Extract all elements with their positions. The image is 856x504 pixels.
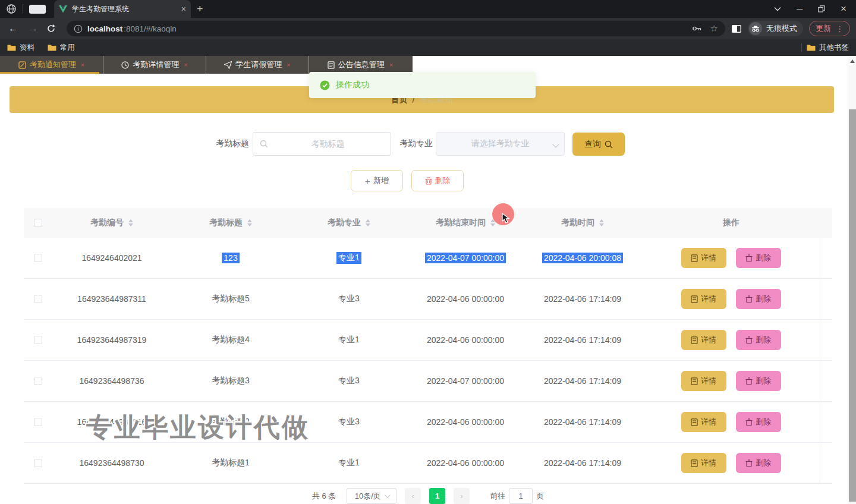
attendance-title-input[interactable] xyxy=(253,132,391,156)
row-detail-button[interactable]: 详情 xyxy=(681,289,726,309)
nav-tab-close-icon[interactable]: × xyxy=(81,61,84,68)
reload-button[interactable] xyxy=(46,24,61,33)
password-key-icon[interactable] xyxy=(692,24,702,33)
cell-id: 16492364498736 xyxy=(52,376,171,386)
app-page: 考勤通知管理 × 考勤详情管理 × 学生请假管理 × 公告信息管理 × 首页 / xyxy=(0,56,856,504)
cell-end-time: 2022-04-06 00:00:00 xyxy=(408,335,523,345)
row-detail-button[interactable]: 详情 xyxy=(681,412,726,432)
back-button[interactable]: ← xyxy=(6,23,20,34)
nav-tab-student-leave[interactable]: 学生请假管理 × xyxy=(206,56,309,74)
header-time[interactable]: 考勤时间 xyxy=(523,218,642,228)
trash-icon xyxy=(745,254,753,262)
sort-icons[interactable] xyxy=(128,219,133,226)
scrollbar-up-icon[interactable] xyxy=(850,59,855,63)
pinned-tab[interactable] xyxy=(29,5,46,14)
prev-page-button[interactable]: ‹ xyxy=(405,488,421,504)
tab-close-icon[interactable]: × xyxy=(181,4,186,14)
bookmark-folder-ziliao[interactable]: 资料 xyxy=(7,43,34,53)
row-checkbox[interactable] xyxy=(34,336,42,344)
nav-tab-attendance-detail[interactable]: 考勤详情管理 × xyxy=(103,56,206,74)
row-checkbox[interactable] xyxy=(34,459,42,467)
row-checkbox[interactable] xyxy=(34,377,42,385)
row-detail-button[interactable]: 详情 xyxy=(681,453,726,473)
forward-button[interactable]: → xyxy=(26,23,40,34)
other-bookmarks[interactable]: 其他书签 xyxy=(807,43,849,53)
cell-end-time: 2022-04-06 00:00:00 xyxy=(408,417,523,427)
browser-menu-icon[interactable]: ⋮ xyxy=(836,24,844,33)
row-delete-button[interactable]: 删除 xyxy=(736,412,781,432)
select-all-checkbox[interactable] xyxy=(34,219,42,227)
row-checkbox[interactable] xyxy=(34,254,42,262)
new-tab-button[interactable]: + xyxy=(197,4,203,14)
clock-icon xyxy=(121,61,129,69)
tab-search-chevron-icon[interactable] xyxy=(774,7,781,11)
globe-icon[interactable] xyxy=(6,4,17,14)
header-title[interactable]: 考勤标题 xyxy=(171,218,290,228)
check-circle-icon xyxy=(320,80,330,90)
sort-icons[interactable] xyxy=(599,219,604,226)
cell-id: 1649246402021 xyxy=(52,253,171,263)
nav-tab-close-icon[interactable]: × xyxy=(184,61,187,68)
table-row: 1649246402021 123 专业1 2022-04-07 00:00:0… xyxy=(24,238,832,279)
scrollbar-thumb[interactable] xyxy=(849,109,856,502)
detail-doc-icon xyxy=(691,377,698,385)
update-button[interactable]: 更新 ⋮ xyxy=(809,21,850,36)
row-detail-button[interactable]: 详情 xyxy=(681,371,726,391)
row-delete-button[interactable]: 删除 xyxy=(736,248,781,268)
cell-time: 2022-04-06 17:14:09 xyxy=(523,458,642,468)
table-row: 16492364498730 考勤标题1 专业1 2022-04-06 00:0… xyxy=(24,443,832,484)
url-host: localhost xyxy=(87,24,122,33)
window-minimize-button[interactable]: ─ xyxy=(797,4,802,14)
attendance-major-label: 考勤专业 xyxy=(399,132,433,156)
cell-id: 164923644987319 xyxy=(52,335,171,345)
cell-title: 考勤标题5 xyxy=(171,294,290,304)
page-size-select[interactable]: 10条/页 xyxy=(347,488,396,504)
nav-tab-label: 考勤通知管理 xyxy=(30,59,76,70)
cell-end-time: 2022-04-06 00:00:00 xyxy=(408,294,523,304)
toast-message: 操作成功 xyxy=(336,80,369,90)
nav-tab-announcement[interactable]: 公告信息管理 × xyxy=(309,56,411,74)
search-icon xyxy=(260,140,268,148)
row-delete-button[interactable]: 删除 xyxy=(736,371,781,391)
row-delete-button[interactable]: 删除 xyxy=(736,330,781,350)
incognito-icon xyxy=(749,22,762,35)
bookmark-folder-changyong[interactable]: 常用 xyxy=(48,43,75,53)
side-panel-icon[interactable] xyxy=(731,24,742,33)
query-button[interactable]: 查询 xyxy=(572,133,625,156)
row-delete-button[interactable]: 删除 xyxy=(736,289,781,309)
nav-tab-attendance-notice[interactable]: 考勤通知管理 × xyxy=(0,56,103,74)
next-page-button[interactable]: › xyxy=(454,488,470,504)
nav-tab-close-icon[interactable]: × xyxy=(287,61,290,68)
site-info-icon[interactable] xyxy=(74,24,83,33)
plus-icon: + xyxy=(365,176,370,186)
goto-page-input[interactable] xyxy=(509,488,533,504)
window-restore-button[interactable] xyxy=(818,5,825,12)
detail-doc-icon xyxy=(691,254,698,262)
add-button[interactable]: + 新增 xyxy=(351,170,403,191)
bookmark-label: 资料 xyxy=(20,43,34,53)
header-major[interactable]: 考勤专业 xyxy=(290,218,408,228)
window-close-button[interactable]: × xyxy=(841,3,846,15)
row-detail-button[interactable]: 详情 xyxy=(681,248,726,268)
page-scrollbar[interactable] xyxy=(848,56,856,504)
address-bar[interactable]: localhost:8081/#/kaoqin ☆ xyxy=(67,21,725,36)
cell-title: 考勤标题1 xyxy=(171,458,290,468)
row-delete-button[interactable]: 删除 xyxy=(736,453,781,473)
delete-button[interactable]: 删除 xyxy=(411,170,464,191)
detail-doc-icon xyxy=(691,418,698,426)
attendance-major-select[interactable]: 请选择考勤专业 xyxy=(436,132,565,156)
vue-logo-icon xyxy=(59,5,67,13)
row-checkbox[interactable] xyxy=(34,418,42,426)
row-checkbox[interactable] xyxy=(34,295,42,303)
cell-title: 考勤标题4 xyxy=(171,335,290,345)
bookmark-star-icon[interactable]: ☆ xyxy=(710,23,718,34)
header-id[interactable]: 考勤编号 xyxy=(52,218,171,228)
sort-icons[interactable] xyxy=(247,219,252,226)
nav-tab-close-icon[interactable]: × xyxy=(389,61,393,68)
cell-id: 16492364498730 xyxy=(52,458,171,468)
chevron-down-icon xyxy=(552,141,559,147)
browser-tab-active[interactable]: 学生考勤管理系统 × xyxy=(54,0,191,18)
current-page-button[interactable]: 1 xyxy=(429,488,445,504)
row-detail-button[interactable]: 详情 xyxy=(681,330,726,350)
sort-icons[interactable] xyxy=(366,219,370,226)
